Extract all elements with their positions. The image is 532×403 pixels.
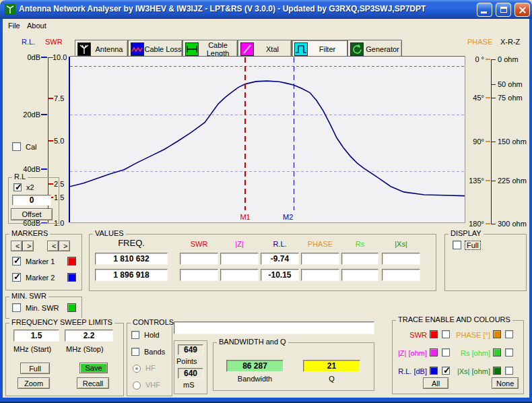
bandwidth-value: 86 287 xyxy=(226,360,284,372)
points-value: 649 xyxy=(178,344,203,355)
trace-caption: TRACE ENABLE AND COLOURS xyxy=(396,315,512,323)
full-display-checkbox[interactable] xyxy=(453,241,461,249)
trace-swatch-swr xyxy=(430,330,438,338)
offset-button[interactable]: Offset xyxy=(11,208,53,220)
sweep-recall-button[interactable]: Recall xyxy=(77,377,109,389)
toolbar-button-xtal[interactable]: Xtal xyxy=(238,40,292,58)
swr2-field[interactable] xyxy=(180,269,218,281)
rl-axis-title: R.L. xyxy=(22,38,35,46)
maximize-button[interactable] xyxy=(496,3,511,17)
q-value: 21 xyxy=(303,360,360,372)
cable-loss-icon xyxy=(131,42,144,56)
phase-axis-title: PHASE xyxy=(467,38,492,46)
q-label: Q xyxy=(303,375,360,383)
sweep-start-input[interactable] xyxy=(13,330,59,342)
min-swr-color-swatch xyxy=(67,303,76,312)
window-border-right xyxy=(529,19,532,398)
freq2-field[interactable]: 1 896 918 xyxy=(95,269,168,281)
toolbar-label: Xtal xyxy=(254,45,291,53)
trace-label-z: |Z| [ohm] xyxy=(395,349,427,357)
min-swr-checkbox[interactable] xyxy=(12,303,21,312)
bands-checkbox[interactable] xyxy=(131,348,139,356)
phase1-field[interactable] xyxy=(301,253,339,265)
trace-checkbox-phase[interactable] xyxy=(505,330,513,338)
marker1-checkbox[interactable] xyxy=(12,257,21,266)
sweep-start-label: MHz (Start) xyxy=(13,345,51,353)
antenna-icon xyxy=(77,42,91,56)
toolbar-button-filter[interactable]: Filter xyxy=(292,40,347,58)
trace-checkbox-rs[interactable] xyxy=(505,348,513,356)
marker1-left-button[interactable]: < xyxy=(11,241,22,251)
marker2-label: Marker 2 xyxy=(26,274,55,282)
window-title: Antenna Network Analyser by IW3HEV & IW3… xyxy=(19,4,426,13)
toolbar-button-cable-loss[interactable]: Cable Loss xyxy=(128,40,182,58)
marker2-left-button[interactable]: < xyxy=(47,241,59,251)
swr-axis-title: SWR xyxy=(45,38,63,46)
rl1-field[interactable]: -9.74 xyxy=(261,253,299,265)
trace-label-phase: PHASE [°] xyxy=(447,331,490,339)
toolbar-button-generator[interactable]: Generator xyxy=(347,40,402,58)
values-header-xs: |Xs| xyxy=(382,240,420,248)
rl2-field[interactable]: -10.15 xyxy=(261,269,299,281)
trace-none-button[interactable]: None xyxy=(492,377,519,389)
xs1-field[interactable] xyxy=(382,253,420,265)
sweep-limits-caption: FREQUENCY SWEEP LIMITS xyxy=(9,318,114,326)
full-display-label: Full xyxy=(465,241,480,249)
maximize-icon xyxy=(500,7,507,13)
sweep-save-button[interactable]: Save xyxy=(79,363,108,373)
sweep-full-button[interactable]: Full xyxy=(20,363,50,374)
sweep-zoom-button[interactable]: Zoom xyxy=(18,377,50,389)
values-header-rs: Rs xyxy=(341,240,378,248)
values-header-swr: SWR xyxy=(180,240,218,248)
cal-label: Cal xyxy=(26,143,37,151)
rs2-field[interactable] xyxy=(341,269,378,281)
trace-swatch-rl xyxy=(430,367,438,375)
menu-bar: File About xyxy=(3,19,529,32)
ms-value: 640 xyxy=(178,368,203,379)
trace-swatch-phase xyxy=(493,330,501,338)
minimize-button[interactable] xyxy=(477,3,492,17)
rl-group-caption: R.L xyxy=(12,173,28,181)
markers-caption: MARKERS xyxy=(9,229,50,237)
phase2-field[interactable] xyxy=(301,269,339,281)
title-bar[interactable]: Antenna Network Analyser by IW3HEV & IW3… xyxy=(0,0,532,19)
menu-about[interactable]: About xyxy=(23,20,51,31)
menu-file[interactable]: File xyxy=(4,20,24,31)
z1-field[interactable] xyxy=(220,253,259,265)
vhf-radio[interactable] xyxy=(133,381,141,390)
offset-value-input[interactable] xyxy=(12,195,51,206)
trace-checkbox-xs[interactable] xyxy=(505,367,513,375)
sweep-stop-input[interactable] xyxy=(65,330,113,342)
filter-icon xyxy=(294,42,308,56)
plot-svg[interactable]: M1M2 xyxy=(70,57,465,222)
z2-field[interactable] xyxy=(220,269,259,281)
marker2-color-swatch xyxy=(67,273,76,282)
marker2-checkbox[interactable] xyxy=(12,273,21,282)
close-button[interactable] xyxy=(514,3,530,17)
trace-label-xs: |Xs| [ohm] xyxy=(447,367,490,375)
hold-checkbox[interactable] xyxy=(131,331,139,339)
xtal-icon xyxy=(240,42,254,56)
trace-swatch-xs xyxy=(493,367,501,375)
marker1-right-button[interactable]: > xyxy=(22,241,34,251)
trace-all-button[interactable]: All xyxy=(423,377,448,389)
marker2-right-button[interactable]: > xyxy=(59,241,70,251)
toolbar-button-antenna[interactable]: Antenna xyxy=(75,40,128,58)
toolbar-label: Generator xyxy=(364,45,401,53)
ms-label: mS xyxy=(183,381,195,389)
freq1-field[interactable]: 1 810 632 xyxy=(95,253,168,265)
toolbar-button-cable-length[interactable]: Cable Length xyxy=(182,40,238,58)
app-icon xyxy=(5,4,15,15)
min-swr-caption: MIN. SWR xyxy=(9,292,48,300)
rs1-field[interactable] xyxy=(341,253,378,265)
controls-caption: CONTROLS xyxy=(131,318,176,326)
x2-checkbox[interactable] xyxy=(13,183,22,191)
bandwidth-q-caption: BANDWIDTH and Q xyxy=(217,338,288,346)
swr1-field[interactable] xyxy=(180,253,218,265)
hf-radio[interactable] xyxy=(133,365,141,373)
cable-length-icon xyxy=(185,42,199,56)
cal-checkbox[interactable] xyxy=(12,142,21,151)
command-input[interactable] xyxy=(174,321,374,334)
xs2-field[interactable] xyxy=(382,269,420,281)
bands-label: Bands xyxy=(144,348,165,356)
